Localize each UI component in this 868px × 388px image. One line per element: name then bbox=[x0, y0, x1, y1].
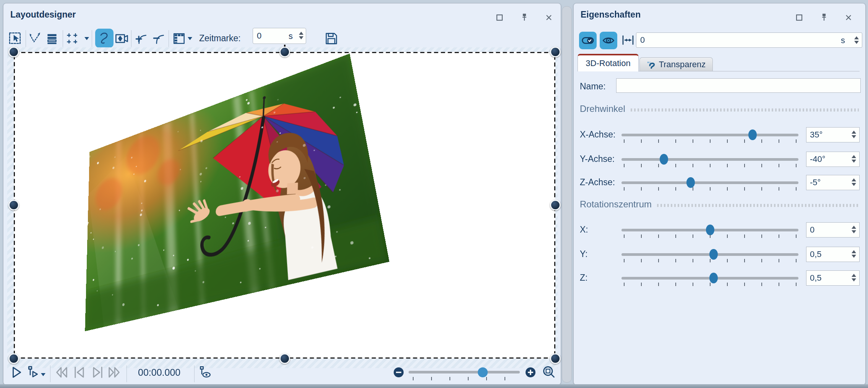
zoom-fit-button[interactable] bbox=[540, 364, 557, 381]
z-achse-track[interactable] bbox=[621, 181, 798, 184]
grid-dropdown-arrow[interactable] bbox=[84, 37, 89, 42]
zeitmarke-spin-down[interactable] bbox=[299, 36, 303, 42]
tab-3d-rotation[interactable]: 3D-Rotation bbox=[578, 54, 639, 71]
zoom-slider-ticks bbox=[413, 377, 517, 380]
photo-illustration bbox=[85, 53, 389, 331]
next-frame-button[interactable] bbox=[89, 364, 106, 381]
selection-handle-top-right[interactable] bbox=[550, 47, 561, 57]
animation-toggle-button[interactable] bbox=[579, 32, 597, 49]
zeitmarke-input[interactable]: s bbox=[253, 28, 306, 44]
rewind-button[interactable] bbox=[54, 364, 70, 381]
fast-forward-button[interactable] bbox=[105, 364, 122, 381]
y-track[interactable] bbox=[621, 253, 798, 256]
camera-pan-icon[interactable] bbox=[114, 31, 130, 46]
maximize-button[interactable] bbox=[494, 12, 505, 23]
table-icon[interactable] bbox=[172, 31, 187, 46]
x-track[interactable] bbox=[621, 229, 798, 231]
time-spin-down[interactable] bbox=[854, 41, 859, 46]
selection-handle-top-left[interactable] bbox=[8, 47, 19, 57]
zoom-out-button[interactable] bbox=[390, 364, 407, 381]
transparenz-icon bbox=[647, 60, 656, 69]
grid-icon[interactable] bbox=[65, 31, 80, 46]
z-achse-thumb[interactable] bbox=[686, 177, 695, 188]
x-achse-thumb[interactable] bbox=[748, 129, 757, 140]
zoom-slider-track[interactable] bbox=[409, 371, 520, 373]
y-thumb[interactable] bbox=[709, 249, 718, 260]
pin-button[interactable] bbox=[818, 12, 830, 23]
eigenschaften-panel: Eigenschaften s 3D-Rotation Transparenz bbox=[573, 3, 866, 385]
layoutdesigner-panel: Layoutdesigner bbox=[3, 3, 561, 385]
curve-tool-icon[interactable] bbox=[97, 31, 112, 46]
x-thumb[interactable] bbox=[706, 225, 714, 235]
save-icon[interactable] bbox=[324, 31, 339, 46]
zoom-in-button[interactable] bbox=[522, 364, 539, 381]
path-points-icon[interactable] bbox=[27, 31, 42, 46]
slide-canvas[interactable] bbox=[14, 52, 555, 359]
photo-layer[interactable] bbox=[85, 53, 389, 331]
time-display: 00:00.000 bbox=[138, 367, 180, 378]
previous-frame-button[interactable] bbox=[71, 364, 88, 381]
y-achse-value[interactable]: -40° bbox=[806, 152, 860, 167]
layers-icon[interactable] bbox=[44, 31, 60, 46]
selection-handle-middle-right[interactable] bbox=[550, 200, 561, 210]
time-spin-up[interactable] bbox=[854, 34, 859, 39]
name-label: Name: bbox=[580, 81, 606, 92]
window-bottom-edge bbox=[0, 384, 868, 388]
selection-handle-middle-left[interactable] bbox=[8, 200, 19, 210]
table-dropdown-arrow[interactable] bbox=[188, 37, 192, 42]
play-from-timemark-button[interactable] bbox=[25, 364, 42, 381]
name-input[interactable] bbox=[616, 78, 861, 93]
panel-title: Eigenschaften bbox=[581, 10, 641, 20]
keyframe-add-icon[interactable] bbox=[133, 31, 149, 46]
width-icon[interactable] bbox=[621, 33, 635, 47]
y-value[interactable]: 0,5 bbox=[806, 247, 860, 262]
zeitmarke-label: Zeitmarke: bbox=[199, 33, 241, 44]
transport-bar: 00:00.000 bbox=[3, 362, 561, 382]
panel-title: Layoutdesigner bbox=[10, 10, 76, 20]
app-window: { "left_panel": { "title": "Layoutdesign… bbox=[0, 0, 868, 388]
maximize-button[interactable] bbox=[793, 12, 805, 23]
timemark-visibility-icon[interactable] bbox=[197, 364, 214, 381]
time-input[interactable]: s bbox=[636, 32, 862, 48]
section-rotationszentrum: Rotationszentrum bbox=[580, 199, 859, 210]
z-track[interactable] bbox=[621, 277, 798, 280]
y-achse-thumb[interactable] bbox=[660, 154, 668, 165]
play-button[interactable] bbox=[8, 364, 25, 381]
layout-toolbar: Zeitmarke: s bbox=[3, 26, 561, 50]
keyframe-remove-icon[interactable] bbox=[151, 31, 166, 46]
selection-handle-top-center[interactable] bbox=[279, 47, 290, 57]
pin-button[interactable] bbox=[519, 12, 530, 23]
z-value[interactable]: 0,5 bbox=[806, 270, 860, 286]
zeitmarke-unit: s bbox=[289, 31, 293, 41]
x-achse-track[interactable] bbox=[621, 134, 798, 136]
canvas-background bbox=[7, 47, 558, 368]
visibility-toggle-button[interactable] bbox=[600, 32, 617, 49]
z-achse-value[interactable]: -5° bbox=[806, 175, 860, 190]
zoom-slider-thumb[interactable] bbox=[478, 367, 488, 377]
close-button[interactable] bbox=[843, 12, 854, 23]
time-unit: s bbox=[841, 36, 845, 45]
tab-transparenz[interactable]: Transparenz bbox=[639, 57, 713, 71]
x-achse-value[interactable]: 35° bbox=[806, 127, 860, 142]
x-value[interactable]: 0 bbox=[806, 222, 860, 238]
section-drehwinkel: Drehwinkel bbox=[580, 103, 859, 114]
zeitmarke-spin-up[interactable] bbox=[299, 29, 303, 35]
play-dropdown-arrow[interactable] bbox=[41, 373, 45, 378]
z-thumb[interactable] bbox=[709, 273, 718, 283]
select-tool-icon[interactable] bbox=[8, 31, 23, 46]
panel-splitter[interactable] bbox=[562, 6, 572, 383]
y-achse-track[interactable] bbox=[621, 158, 798, 161]
close-button[interactable] bbox=[543, 12, 555, 23]
